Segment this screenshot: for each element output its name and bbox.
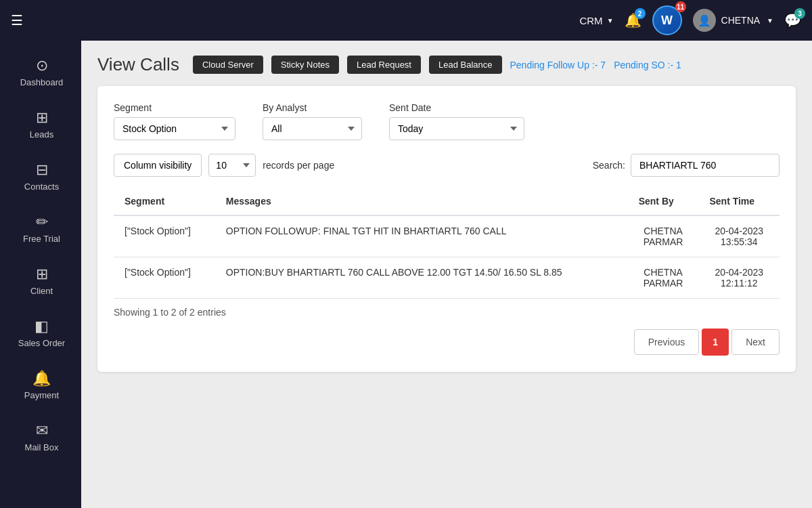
sidebar-item-client[interactable]: ⊞ Client xyxy=(0,255,81,307)
sidebar-item-leads[interactable]: ⊞ Leads xyxy=(0,98,81,150)
user-chevron: ▼ xyxy=(767,17,773,24)
crm-chevron: ▼ xyxy=(607,17,614,24)
sidebar-item-mailbox[interactable]: ✉ Mail Box xyxy=(0,411,81,463)
topnav: ☰ CRM ▼ 🔔 2 W 11 👤 CHETNA ▼ 💬 3 xyxy=(0,0,812,41)
pending-so-button[interactable]: Pending SO :- 1 xyxy=(614,60,681,70)
per-page-select[interactable]: 10 25 50 100 xyxy=(208,154,256,177)
sent-date-select[interactable]: Today Yesterday Last 7 Days Custom xyxy=(389,117,524,140)
cell-message: OPTION:BUY BHARTIARTL 760 CALL ABOVE 12.… xyxy=(215,257,628,299)
contacts-icon: ⊟ xyxy=(36,161,48,179)
main-layout: ⊙ Dashboard ⊞ Leads ⊟ Contacts ✏ Free Tr… xyxy=(0,41,812,508)
search-input[interactable] xyxy=(631,154,780,177)
sidebar-label-sales-order: Sales Order xyxy=(18,338,65,348)
showing-text: Showing 1 to 2 of 2 entries xyxy=(114,307,780,318)
main-card: Segment Stock Option Equity Commodity Fo… xyxy=(97,86,796,372)
lead-balance-button[interactable]: Lead Balance xyxy=(429,56,502,74)
analyst-label: By Analyst xyxy=(263,102,362,113)
col-header-segment: Segment xyxy=(114,188,215,215)
sales-order-icon: ◧ xyxy=(35,318,49,335)
lead-request-button[interactable]: Lead Request xyxy=(347,56,421,74)
cell-sent-time: 20-04-2023 12:11:12 xyxy=(698,257,780,299)
cell-sent-time: 20-04-2023 13:55:34 xyxy=(698,215,780,257)
sent-date-label: Sent Date xyxy=(389,102,524,113)
sidebar-item-free-trial[interactable]: ✏ Free Trial xyxy=(0,203,81,255)
messages-icon-wrap[interactable]: 💬 3 xyxy=(784,12,801,28)
bell-badge: 2 xyxy=(635,8,646,19)
sidebar-label-mailbox: Mail Box xyxy=(25,442,59,452)
dashboard-icon: ⊙ xyxy=(36,57,48,75)
hamburger-menu[interactable]: ☰ xyxy=(11,12,23,28)
previous-button[interactable]: Previous xyxy=(634,329,699,355)
sidebar-item-sales-order[interactable]: ◧ Sales Order xyxy=(0,307,81,359)
pagination-row: Previous 1 Next xyxy=(114,329,780,356)
sent-date-filter-group: Sent Date Today Yesterday Last 7 Days Cu… xyxy=(389,102,524,140)
data-table: Segment Messages Sent By Sent Time ["Sto… xyxy=(114,188,780,299)
crm-dropdown[interactable]: CRM ▼ xyxy=(579,15,613,26)
notification-badge: 11 xyxy=(675,1,686,12)
next-button[interactable]: Next xyxy=(731,329,780,355)
col-header-sent-time: Sent Time xyxy=(698,188,780,215)
user-section[interactable]: 👤 CHETNA ▼ xyxy=(693,9,773,32)
cell-sent-by: CHETNA PARMAR xyxy=(628,257,699,299)
payment-icon: 🔔 xyxy=(32,370,51,387)
segment-label: Segment xyxy=(114,102,235,113)
sidebar-label-dashboard: Dashboard xyxy=(20,77,64,87)
page-header: View Calls Cloud Server Sticky Notes Lea… xyxy=(97,54,796,75)
sidebar-label-contacts: Contacts xyxy=(24,182,59,192)
current-page-number[interactable]: 1 xyxy=(702,329,729,356)
col-header-messages: Messages xyxy=(215,188,628,215)
sidebar-label-leads: Leads xyxy=(30,129,53,140)
avatar: 👤 xyxy=(693,9,716,32)
search-wrap: Search: xyxy=(593,154,780,177)
pending-follow-up-button[interactable]: Pending Follow Up :- 7 xyxy=(510,60,606,70)
segment-filter-group: Segment Stock Option Equity Commodity Fo… xyxy=(114,102,235,140)
records-per-page-label: records per page xyxy=(263,160,334,171)
sidebar: ⊙ Dashboard ⊞ Leads ⊟ Contacts ✏ Free Tr… xyxy=(0,41,81,508)
cell-segment: ["Stock Option"] xyxy=(114,215,215,257)
messages-badge: 3 xyxy=(794,8,805,19)
client-icon: ⊞ xyxy=(36,266,48,283)
free-trial-icon: ✏ xyxy=(36,213,48,231)
cell-message: OPTION FOLLOWUP: FINAL TGT HIT IN BHARTI… xyxy=(215,215,628,257)
page-title: View Calls xyxy=(97,54,179,75)
table-header: Segment Messages Sent By Sent Time xyxy=(114,188,780,215)
sidebar-label-client: Client xyxy=(30,286,53,296)
search-label: Search: xyxy=(593,160,625,171)
sidebar-item-dashboard[interactable]: ⊙ Dashboard xyxy=(0,46,81,98)
sidebar-label-payment: Payment xyxy=(24,390,59,400)
mailbox-icon: ✉ xyxy=(36,422,48,440)
cell-segment: ["Stock Option"] xyxy=(114,257,215,299)
column-visibility-button[interactable]: Column visibility xyxy=(114,154,202,177)
sidebar-label-free-trial: Free Trial xyxy=(23,234,60,244)
sticky-notes-button[interactable]: Sticky Notes xyxy=(271,56,339,74)
sidebar-item-contacts[interactable]: ⊟ Contacts xyxy=(0,150,81,203)
username-label: CHETNA xyxy=(721,15,761,26)
table-row: ["Stock Option"]OPTION FOLLOWUP: FINAL T… xyxy=(114,215,780,257)
table-row: ["Stock Option"]OPTION:BUY BHARTIARTL 76… xyxy=(114,257,780,299)
table-body: ["Stock Option"]OPTION FOLLOWUP: FINAL T… xyxy=(114,215,780,299)
bell-icon-wrap[interactable]: 🔔 2 xyxy=(625,12,641,28)
toolbar-row: Column visibility 10 25 50 100 records p… xyxy=(114,154,780,177)
filters-row: Segment Stock Option Equity Commodity Fo… xyxy=(114,102,780,140)
col-header-sent-by: Sent By xyxy=(628,188,699,215)
analyst-filter-group: By Analyst All CHETNA PARMAR Other xyxy=(263,102,362,140)
sidebar-item-payment[interactable]: 🔔 Payment xyxy=(0,359,81,411)
content-area: View Calls Cloud Server Sticky Notes Lea… xyxy=(81,41,812,508)
cell-sent-by: CHETNA PARMAR xyxy=(628,215,699,257)
analyst-select[interactable]: All CHETNA PARMAR Other xyxy=(263,117,362,140)
segment-select[interactable]: Stock Option Equity Commodity Forex xyxy=(114,117,235,140)
cloud-server-button[interactable]: Cloud Server xyxy=(193,56,263,74)
logo-wrap: W 11 xyxy=(652,5,682,35)
leads-icon: ⊞ xyxy=(36,109,48,127)
